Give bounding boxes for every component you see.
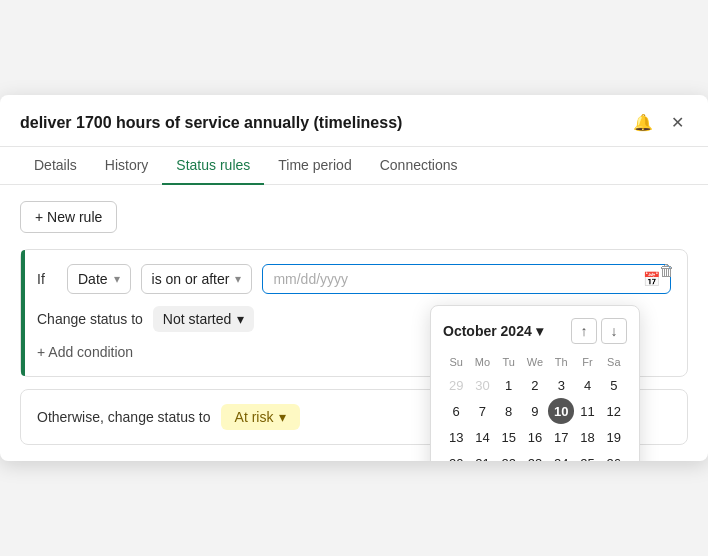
calendar-day[interactable]: 2 — [522, 372, 548, 398]
date-placeholder: mm/dd/yyyy — [273, 271, 635, 287]
new-rule-button[interactable]: + New rule — [20, 201, 117, 233]
calendar-header: October 2024 ▾ ↑ ↓ — [443, 318, 627, 344]
notification-icon[interactable]: 🔔 — [629, 111, 657, 134]
calendar-nav: ↑ ↓ — [571, 318, 627, 344]
calendar-week-3: 20212223242526 — [443, 450, 627, 461]
weekday-tu: Tu — [496, 354, 522, 372]
calendar-day[interactable]: 6 — [443, 398, 469, 424]
weekday-sa: Sa — [601, 354, 627, 372]
condition-chevron-icon: ▾ — [235, 272, 241, 286]
calendar-popup: October 2024 ▾ ↑ ↓ Su Mo Tu We Th Fr Sa — [430, 305, 640, 461]
title-actions: 🔔 ✕ — [629, 111, 688, 134]
calendar-day[interactable]: 14 — [469, 424, 495, 450]
calendar-day[interactable]: 7 — [469, 398, 495, 424]
calendar-day[interactable]: 20 — [443, 450, 469, 461]
weekday-th: Th — [548, 354, 574, 372]
calendar-day[interactable]: 8 — [496, 398, 522, 424]
calendar-day[interactable]: 11 — [574, 398, 600, 424]
status-chevron-icon: ▾ — [237, 311, 244, 327]
date-input-wrapper[interactable]: mm/dd/yyyy 📅 — [262, 264, 671, 294]
weekday-su: Su — [443, 354, 469, 372]
calendar-day[interactable]: 19 — [601, 424, 627, 450]
calendar-day[interactable]: 16 — [522, 424, 548, 450]
calendar-weekdays-row: Su Mo Tu We Th Fr Sa — [443, 354, 627, 372]
calendar-day[interactable]: 5 — [601, 372, 627, 398]
otherwise-label: Otherwise, change status to — [37, 409, 211, 425]
month-chevron-icon: ▾ — [536, 323, 543, 339]
title-bar: deliver 1700 hours of service annually (… — [0, 95, 708, 147]
tab-connections[interactable]: Connections — [366, 147, 472, 185]
status-dropdown[interactable]: Not started ▾ — [153, 306, 254, 332]
weekday-we: We — [522, 354, 548, 372]
otherwise-status-value: At risk — [235, 409, 274, 425]
calendar-day[interactable]: 15 — [496, 424, 522, 450]
calendar-day: 29 — [443, 372, 469, 398]
otherwise-status-dropdown[interactable]: At risk ▾ — [221, 404, 301, 430]
calendar-day[interactable]: 12 — [601, 398, 627, 424]
close-icon[interactable]: ✕ — [667, 111, 688, 134]
calendar-week-2: 13141516171819 — [443, 424, 627, 450]
add-condition-label: + Add condition — [37, 344, 133, 360]
calendar-day[interactable]: 18 — [574, 424, 600, 450]
calendar-day[interactable]: 13 — [443, 424, 469, 450]
tab-details[interactable]: Details — [20, 147, 91, 185]
main-window: deliver 1700 hours of service annually (… — [0, 95, 708, 461]
calendar-day[interactable]: 10 — [548, 398, 574, 424]
otherwise-chevron-icon: ▾ — [279, 409, 286, 425]
calendar-day[interactable]: 25 — [574, 450, 600, 461]
field-value: Date — [78, 271, 108, 287]
condition-dropdown[interactable]: is on or after ▾ — [141, 264, 253, 294]
status-value: Not started — [163, 311, 231, 327]
tab-history[interactable]: History — [91, 147, 163, 185]
tab-status-rules[interactable]: Status rules — [162, 147, 264, 185]
calendar-day: 30 — [469, 372, 495, 398]
weekday-fr: Fr — [574, 354, 600, 372]
condition-value: is on or after — [152, 271, 230, 287]
calendar-day[interactable]: 9 — [522, 398, 548, 424]
calendar-week-1: 6789101112 — [443, 398, 627, 424]
delete-rule-button[interactable]: 🗑 — [659, 262, 675, 280]
calendar-day[interactable]: 26 — [601, 450, 627, 461]
calendar-day[interactable]: 24 — [548, 450, 574, 461]
if-row: If Date ▾ is on or after ▾ mm/dd/yyyy 📅 — [37, 264, 671, 294]
window-title: deliver 1700 hours of service annually (… — [20, 114, 402, 132]
field-dropdown[interactable]: Date ▾ — [67, 264, 131, 294]
calendar-day[interactable]: 3 — [548, 372, 574, 398]
month-year-text: October 2024 — [443, 323, 532, 339]
weekday-mo: Mo — [469, 354, 495, 372]
calendar-grid: Su Mo Tu We Th Fr Sa 2930123456789101112… — [443, 354, 627, 461]
calendar-next-button[interactable]: ↓ — [601, 318, 627, 344]
calendar-day[interactable]: 21 — [469, 450, 495, 461]
tab-bar: Details History Status rules Time period… — [0, 147, 708, 185]
calendar-day[interactable]: 4 — [574, 372, 600, 398]
calendar-day[interactable]: 17 — [548, 424, 574, 450]
if-label: If — [37, 271, 57, 287]
calendar-prev-button[interactable]: ↑ — [571, 318, 597, 344]
calendar-day[interactable]: 1 — [496, 372, 522, 398]
calendar-day[interactable]: 22 — [496, 450, 522, 461]
calendar-day[interactable]: 23 — [522, 450, 548, 461]
calendar-icon: 📅 — [643, 271, 660, 287]
calendar-month-label[interactable]: October 2024 ▾ — [443, 323, 543, 339]
rule-accent — [21, 250, 25, 376]
calendar-week-0: 293012345 — [443, 372, 627, 398]
tab-time-period[interactable]: Time period — [264, 147, 365, 185]
change-status-label: Change status to — [37, 311, 143, 327]
field-chevron-icon: ▾ — [114, 272, 120, 286]
